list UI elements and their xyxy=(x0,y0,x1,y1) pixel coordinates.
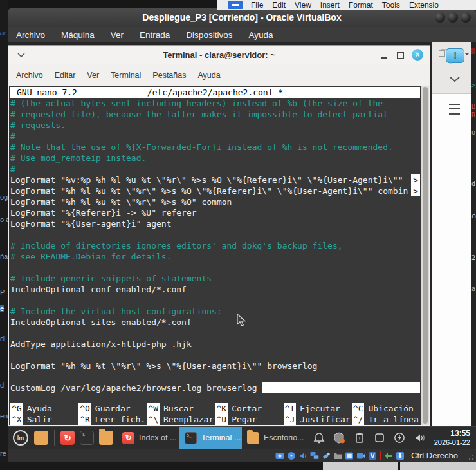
terminal-menu-item[interactable]: Editar xyxy=(55,71,76,80)
nano-line: # > xyxy=(10,164,420,174)
vbox-window-controls xyxy=(435,12,471,23)
terminal-menu-item[interactable]: Archivo xyxy=(16,71,43,80)
audio-icon[interactable] xyxy=(298,451,307,460)
taskbar-window-button[interactable]: Escritorio... xyxy=(242,427,304,449)
app-icon[interactable] xyxy=(228,1,243,9)
minimize-button[interactable] xyxy=(381,57,387,59)
firewall-shield-icon[interactable] xyxy=(333,432,345,444)
maximize-button[interactable] xyxy=(397,52,404,59)
terminal-titlebar[interactable]: Terminal - clara@servidor: ~ × xyxy=(8,46,430,64)
screenshot-root: arogo añaPedidenre Despliegue_P3 [Corrie… xyxy=(0,0,476,470)
nano-line: # Include the virtual host configuration… xyxy=(10,306,420,317)
terminal-menu-item[interactable]: Terminal xyxy=(111,71,141,80)
nano-shortcut-bar: ^G Ayuda ^O Guardar xyxy=(10,403,420,425)
terminal-launcher-icon[interactable]: $_ xyxy=(80,431,94,445)
chevron-down-icon[interactable] xyxy=(449,76,461,82)
minimize-button[interactable] xyxy=(435,12,445,23)
taskbar-window-button[interactable]: Terminal ... xyxy=(179,427,242,449)
vbox-menu-item[interactable]: Ayuda xyxy=(248,30,273,40)
host-menu-item[interactable]: View xyxy=(295,1,311,10)
host-menu-item[interactable]: Tools xyxy=(382,1,400,10)
terminal-menu-item[interactable]: Pestañas xyxy=(152,71,186,80)
background-text-fragment: 2. xyxy=(471,254,476,261)
host-menu-item[interactable]: Extensio xyxy=(409,1,439,10)
scrollbar-thumb[interactable] xyxy=(423,87,428,424)
vbox-menu-item[interactable]: Archivo xyxy=(16,30,45,40)
display-icon[interactable] xyxy=(345,451,354,460)
nano-line-text: # Include the virtual host configuration… xyxy=(10,306,222,317)
window-label: Terminal ... xyxy=(201,433,241,442)
host-menu-item[interactable]: Format xyxy=(349,1,373,10)
chevron-down-icon[interactable] xyxy=(17,53,25,57)
vbox-menu-item[interactable]: Entrada xyxy=(140,30,170,40)
vbox-menu-item[interactable]: Máquina xyxy=(61,30,95,40)
restore-window-icon[interactable] xyxy=(439,50,445,57)
clock[interactable]: 13:55 2026-01-22 xyxy=(434,429,470,447)
nano-line: CustomLog /var/log/apache2/browser.log b… xyxy=(10,382,420,393)
caret-down-icon[interactable] xyxy=(464,53,470,58)
keyboard-capture-icon[interactable] xyxy=(396,451,405,460)
terminal-scrollbar[interactable] xyxy=(421,86,429,425)
host-menu-item[interactable]: File xyxy=(251,1,263,10)
hamburger-menu-icon[interactable] xyxy=(449,104,460,115)
nano-shortcut: ^K Cortar xyxy=(215,403,283,414)
nano-line: # Note that the use of %{X-Forwarded-For… xyxy=(10,142,420,153)
clipboard-icon[interactable]: ! xyxy=(354,432,365,444)
vm-features-icon[interactable]: V xyxy=(368,451,377,460)
folder-launcher-icon[interactable] xyxy=(99,431,113,445)
window-square-icon[interactable] xyxy=(374,432,385,444)
nano-line-text: LogFormat "%{User-agent}i" agent xyxy=(10,218,171,229)
nano-line-text: # requested file), because the latter ma… xyxy=(10,109,388,120)
nano-shortcut: ^O Guardar xyxy=(78,403,147,414)
shortcut-label: Ayuda xyxy=(27,403,52,414)
shortcut-label: Ir a línea xyxy=(368,414,418,425)
line-continuation-marker: > xyxy=(411,174,420,185)
nano-line: LogFormat "%{Referer}i -> %U" referer > xyxy=(10,207,420,218)
browser-launcher-icon[interactable]: ↻ xyxy=(60,431,75,445)
nano-filename: /etc/apache2/apache2.conf * xyxy=(10,87,420,98)
host-menu-item[interactable]: Edit xyxy=(272,1,286,10)
nano-titlebar: GNU nano 7.2 /etc/apache2/apache2.conf * xyxy=(10,87,420,98)
nano-line-text: IncludeOptional sites-enabled/*.conf xyxy=(10,317,192,328)
taskbar-window-list: Index of ... Terminal ... Escritorio... xyxy=(117,427,304,449)
optical-drives-icon[interactable] xyxy=(287,451,296,460)
nano-line: AddType application/x-httpd-php .hjk > xyxy=(10,339,420,350)
volume-icon[interactable] xyxy=(414,432,426,444)
taskbar-window-button[interactable]: Index of ... xyxy=(117,427,179,449)
close-button[interactable] xyxy=(461,12,471,23)
notification-bubble-icon[interactable]: ! xyxy=(446,48,464,63)
power-manager-icon[interactable] xyxy=(394,432,405,444)
mouse-integration-icon[interactable] xyxy=(384,451,393,460)
maximize-button[interactable] xyxy=(448,12,458,23)
menu-button-mint-logo[interactable]: lm xyxy=(13,430,28,446)
vbox-titlebar[interactable]: Despliegue_P3 [Corriendo] - Oracle Virtu… xyxy=(8,8,476,27)
shared-folders-icon[interactable] xyxy=(333,451,342,460)
shortcut-label: Reemplazar xyxy=(163,414,214,425)
nano-shortcut: ^C Ubicación xyxy=(352,403,420,414)
terminal-body[interactable]: GNU nano 7.2 /etc/apache2/apache2.conf *… xyxy=(9,86,429,425)
host-window-fragment xyxy=(323,462,398,470)
hard-disks-icon[interactable] xyxy=(275,451,284,460)
nano-line: > xyxy=(10,371,420,382)
terminal-menu-item[interactable]: Ayuda xyxy=(197,71,220,80)
usb-icon[interactable] xyxy=(322,451,331,460)
background-text-fragment: B xyxy=(471,103,475,110)
host-key-label: Ctrl Derecho xyxy=(411,451,458,460)
background-text-fragment: of xyxy=(471,129,476,136)
background-text-fragment: e xyxy=(0,305,4,312)
network-icon[interactable] xyxy=(310,451,319,460)
background-text-fragment: ce xyxy=(471,212,476,220)
shortcut-key: ^J xyxy=(284,414,297,425)
terminal-title: Terminal - clara@servidor: ~ xyxy=(163,50,275,60)
notifications-bell-icon[interactable] xyxy=(313,432,325,444)
resize-grip[interactable] xyxy=(466,452,473,460)
nano-line-text: LogFormat "%v:%p %h %l %u %t \"%r\" %>s … xyxy=(10,174,403,185)
vbox-menu-item[interactable]: Ver xyxy=(111,30,124,40)
files-launcher-icon[interactable] xyxy=(34,431,48,445)
terminal-menu-item[interactable]: Ver xyxy=(87,71,99,80)
vbox-menu-item[interactable]: Dispositivos xyxy=(186,30,232,40)
terminal-window: Terminal - clara@servidor: ~ × ArchivoEd… xyxy=(8,45,430,426)
host-menu-item[interactable]: Insert xyxy=(320,1,340,10)
recording-icon[interactable] xyxy=(356,451,365,460)
close-button[interactable]: × xyxy=(412,49,423,61)
